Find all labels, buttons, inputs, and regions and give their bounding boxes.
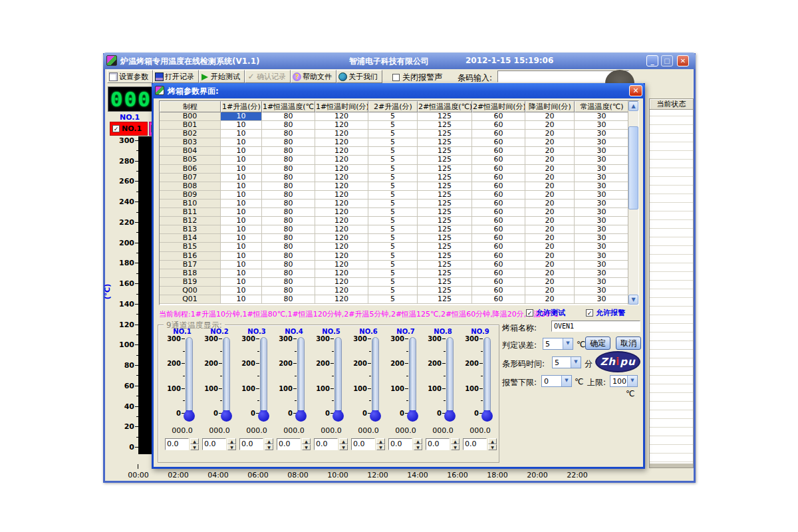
value-cell[interactable]: 10 [221, 112, 262, 121]
value-cell[interactable]: 125 [418, 138, 472, 147]
value-cell[interactable]: 20 [525, 208, 575, 217]
row-id-cell[interactable]: B09 [160, 191, 221, 200]
table-row[interactable]: B1510801205125602030 [160, 243, 638, 251]
row-id-cell[interactable]: B11 [160, 208, 221, 217]
value-cell[interactable]: 125 [418, 174, 472, 182]
value-cell[interactable]: 125 [418, 121, 472, 130]
value-cell[interactable]: 125 [418, 208, 472, 217]
table-row[interactable]: B0110801205125602030 [160, 121, 638, 130]
value-cell[interactable]: 120 [315, 130, 368, 138]
value-cell[interactable]: 20 [525, 156, 575, 164]
value-cell[interactable]: 60 [472, 261, 525, 269]
setpoint-spinner[interactable]: 0.0 ▲ ▼ [314, 438, 348, 450]
row-id-cell[interactable]: B12 [160, 217, 221, 225]
value-cell[interactable]: 20 [525, 217, 575, 225]
mute-alarm-checkbox[interactable]: 关闭报警声 [392, 72, 442, 83]
table-row[interactable]: B1310801205125602030 [160, 225, 638, 234]
value-cell[interactable]: 120 [315, 200, 368, 208]
value-cell[interactable]: 60 [472, 225, 525, 234]
value-cell[interactable]: 20 [525, 261, 575, 269]
value-cell[interactable]: 10 [221, 156, 262, 164]
value-cell[interactable]: 10 [221, 217, 262, 225]
value-cell[interactable]: 60 [472, 156, 525, 164]
value-cell[interactable]: 80 [262, 121, 315, 130]
value-cell[interactable]: 120 [315, 147, 368, 156]
row-id-cell[interactable]: Q00 [160, 287, 221, 295]
value-cell[interactable]: 10 [221, 165, 262, 174]
value-cell[interactable]: 30 [575, 147, 629, 156]
value-cell[interactable]: 10 [221, 121, 262, 130]
value-cell[interactable]: 120 [315, 156, 368, 164]
checkbox-icon[interactable]: ✓ [526, 309, 533, 317]
spinner-up-icon[interactable]: ▲ [451, 438, 460, 444]
row-id-cell[interactable]: B07 [160, 174, 221, 182]
setpoint-spinner[interactable]: 0.0 ▲ ▼ [426, 438, 460, 450]
table-row[interactable]: Q0110801205125602030 [160, 295, 638, 304]
value-cell[interactable]: 125 [418, 225, 472, 234]
value-cell[interactable]: 10 [221, 200, 262, 208]
value-cell[interactable]: 5 [368, 182, 418, 191]
value-cell[interactable]: 5 [368, 165, 418, 174]
value-cell[interactable]: 5 [368, 225, 418, 234]
chevron-down-icon[interactable]: ▼ [627, 376, 637, 386]
value-cell[interactable]: 80 [262, 234, 315, 243]
spinner-down-icon[interactable]: ▼ [376, 444, 385, 450]
value-cell[interactable]: 125 [418, 191, 472, 200]
value-cell[interactable]: 5 [368, 191, 418, 200]
value-cell[interactable]: 30 [575, 234, 629, 243]
allow-test-checkbox[interactable]: ✓ 允许测试 [526, 308, 565, 318]
setpoint-spinner[interactable]: 0.0 ▲ ▼ [202, 438, 237, 450]
value-cell[interactable]: 80 [262, 174, 315, 182]
value-cell[interactable]: 125 [418, 234, 472, 243]
value-cell[interactable]: 5 [368, 234, 418, 243]
value-cell[interactable]: 10 [221, 225, 262, 234]
open-record-button[interactable]: 打开记录 [153, 70, 199, 83]
value-cell[interactable]: 5 [368, 147, 418, 156]
value-cell[interactable]: 120 [315, 225, 368, 234]
value-cell[interactable]: 120 [315, 191, 368, 200]
checkbox-icon[interactable] [392, 74, 400, 81]
value-cell[interactable]: 120 [315, 252, 368, 261]
value-cell[interactable]: 20 [525, 200, 575, 208]
value-cell[interactable]: 10 [221, 208, 262, 217]
minimize-button[interactable]: _ [646, 55, 658, 66]
row-id-cell[interactable]: B17 [160, 261, 221, 269]
channel1-checkbox[interactable]: ✓ NO.1 [110, 122, 148, 136]
setpoint-spinner[interactable]: 0.0 ▲ ▼ [463, 438, 497, 450]
spinner-up-icon[interactable]: ▲ [376, 438, 385, 444]
spinner-down-icon[interactable]: ▼ [227, 444, 236, 450]
table-row[interactable]: B1010801205125602030 [160, 200, 638, 208]
value-cell[interactable]: 30 [575, 174, 629, 182]
value-cell[interactable]: 20 [525, 147, 575, 156]
setpoint-spinner[interactable]: 0.0 ▲ ▼ [277, 438, 311, 450]
value-cell[interactable]: 20 [525, 278, 575, 287]
value-cell[interactable]: 60 [472, 147, 525, 156]
row-id-cell[interactable]: B10 [160, 200, 221, 208]
value-cell[interactable]: 5 [368, 121, 418, 130]
value-cell[interactable]: 125 [418, 252, 472, 261]
value-cell[interactable]: 80 [262, 278, 315, 287]
value-cell[interactable]: 60 [472, 252, 525, 261]
alarm-high-select[interactable]: 100 ▼ [610, 375, 638, 387]
value-cell[interactable]: 125 [418, 261, 472, 269]
setpoint-spinner[interactable]: 0.0 ▲ ▼ [165, 438, 200, 450]
value-cell[interactable]: 125 [418, 182, 472, 191]
setpoint-input[interactable]: 0.0 [351, 438, 375, 450]
value-cell[interactable]: 30 [575, 217, 629, 225]
value-cell[interactable]: 20 [525, 287, 575, 295]
table-row[interactable]: B0310801205125602030 [160, 138, 638, 147]
spinner-down-icon[interactable]: ▼ [488, 444, 497, 450]
table-row[interactable]: B1810801205125602030 [160, 269, 638, 278]
value-cell[interactable]: 30 [575, 112, 629, 121]
setpoint-spinner[interactable]: 0.0 ▲ ▼ [351, 438, 386, 450]
value-cell[interactable]: 5 [368, 138, 418, 147]
value-cell[interactable]: 5 [368, 112, 418, 121]
value-cell[interactable]: 60 [472, 287, 525, 295]
value-cell[interactable]: 30 [575, 261, 629, 269]
table-row[interactable]: B1410801205125602030 [160, 234, 638, 243]
value-cell[interactable]: 5 [368, 217, 418, 225]
value-cell[interactable]: 5 [368, 200, 418, 208]
allow-alarm-checkbox[interactable]: ✓ 允许报警 [586, 308, 625, 318]
value-cell[interactable]: 30 [575, 295, 629, 304]
value-cell[interactable]: 80 [262, 130, 315, 138]
